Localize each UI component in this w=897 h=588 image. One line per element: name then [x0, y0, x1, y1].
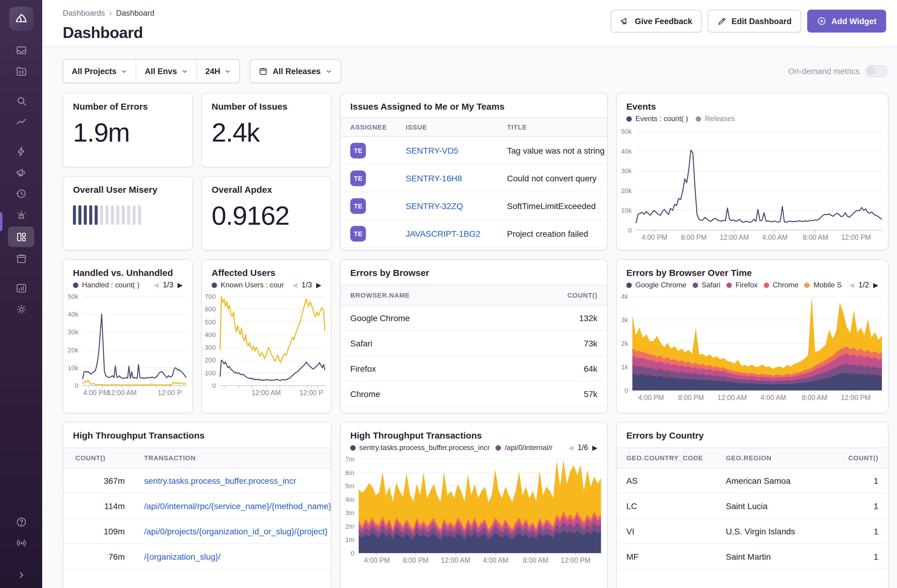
table-row[interactable]: VI U.S. Virgin Islands 1 [617, 519, 888, 544]
sidebar-item-whats-new[interactable] [8, 534, 34, 553]
column-count[interactable]: COUNT() [63, 454, 135, 461]
legend-item[interactable]: Handled : count( ) [73, 281, 139, 289]
sidebar-collapse[interactable] [8, 566, 34, 584]
issue-link[interactable]: SENTRY-VD5 [396, 145, 497, 155]
widget-apdex[interactable]: Overall Apdex 0.9162 [201, 176, 332, 250]
column-count[interactable]: COUNT() [834, 454, 888, 461]
sidebar-item-help[interactable] [8, 513, 34, 531]
pager-prev-icon[interactable]: ◀ [568, 444, 573, 452]
widget-issues-assigned[interactable]: Issues Assigned to Me or My Teams ASSIGN… [340, 93, 608, 250]
sidebar-item-stats[interactable] [8, 279, 34, 298]
transaction-link[interactable]: /api/0/projects/{organization_id_or_slug… [135, 526, 331, 536]
sidebar-item-performance[interactable] [8, 113, 34, 131]
sidebar-item-settings[interactable] [8, 300, 34, 319]
ondemand-toggle[interactable] [866, 65, 887, 77]
errors-by-browser-chart[interactable]: 01k2k3k4k4:00 PM8:00 PM12:00 AM4:00 AM8:… [617, 293, 888, 404]
transaction-link[interactable]: /api/0/internal/rpc/{service_name}/{meth… [135, 501, 331, 510]
affected-users-chart[interactable]: 010020030040050060070012:00 AM12:00 P [202, 293, 331, 399]
environment-filter[interactable]: All Envs [136, 60, 197, 82]
sidebar-item-issues[interactable] [8, 41, 34, 60]
transaction-link[interactable]: sentry.tasks.process_buffer.process_incr [135, 476, 331, 485]
sidebar-item-feedback[interactable] [8, 163, 34, 182]
handled-chart[interactable]: 010k20k30k40k50k4:00 PM12:00 AM12:00 P [63, 293, 192, 399]
legend-item[interactable]: Chrome [764, 281, 798, 289]
legend-item[interactable]: Firefox [726, 281, 758, 289]
table-row[interactable]: Safari 73k [341, 331, 607, 356]
legend-item[interactable]: Safari [692, 281, 720, 289]
events-chart[interactable]: 010k20k30k40k50k4:00 PM8:00 PM12:00 AM4:… [617, 128, 888, 243]
column-transaction[interactable]: TRANSACTION [135, 454, 331, 461]
table-row[interactable]: AS American Samoa 1 [617, 468, 888, 493]
widget-errors-by-browser-over-time[interactable]: Errors by Browser Over Time Google Chrom… [616, 259, 889, 413]
sidebar-item-alerts[interactable] [8, 205, 34, 224]
column-browser-name[interactable]: BROWSER.NAME [341, 292, 535, 299]
column-title[interactable]: TITLE [497, 124, 607, 131]
project-filter[interactable]: All Projects [63, 60, 136, 82]
table-row[interactable]: Google Chrome 132k [341, 305, 607, 331]
breadcrumb-parent[interactable]: Dashboards [63, 8, 105, 17]
pager-prev-icon[interactable]: ◀ [153, 281, 159, 289]
table-row[interactable]: 114m /api/0/internal/rpc/{service_name}/… [63, 493, 331, 519]
table-row[interactable]: MF Saint Martin 1 [617, 544, 888, 569]
legend-item[interactable]: Events : count( ) [626, 115, 688, 123]
table-row[interactable]: 76m /{organization_slug}/ [63, 544, 331, 569]
table-row[interactable]: TE JAVASCRIPT-1BG2 Project creation fail… [341, 220, 607, 247]
table-row[interactable]: Mobile Safari 33k [341, 407, 607, 413]
widget-errors-by-country[interactable]: Errors by Country GEO.COUNTRY_CODE GEO.R… [616, 422, 889, 588]
table-row[interactable]: 109m /api/0/projects/{organization_id_or… [63, 519, 331, 544]
widget-high-throughput-chart[interactable]: High Throughput Transactions sentry.task… [340, 422, 608, 588]
sidebar-item-projects[interactable] [8, 62, 34, 81]
column-region[interactable]: GEO.REGION [716, 454, 834, 461]
give-feedback-button[interactable]: Give Feedback [611, 10, 702, 32]
table-row[interactable]: LC Saint Lucia 1 [617, 493, 888, 519]
legend-item[interactable]: Known Users : cour [211, 281, 284, 289]
pager-next-icon[interactable]: ▶ [592, 444, 597, 452]
app-window: Dashboards › Dashboard Dashboard Give Fe… [0, 0, 897, 588]
transaction-link[interactable]: /{organization_slug}/ [135, 551, 331, 561]
issue-link[interactable]: SENTRY-16H8 [396, 173, 497, 183]
pager-next-icon[interactable]: ▶ [873, 281, 878, 289]
legend-item[interactable]: Mobile S [804, 281, 842, 289]
sidebar-item-dashboards[interactable] [8, 226, 34, 247]
pager-prev-icon[interactable]: ◀ [849, 281, 854, 289]
issue-link[interactable]: JAVASCRIPT-1BG2 [396, 229, 497, 238]
table-row[interactable]: TE SENTRY-VD5 Tag value was not a string [341, 137, 607, 165]
widget-affected-users[interactable]: Affected Users Known Users : cour ◀ 1/3 … [201, 259, 332, 413]
sidebar-item-search[interactable] [8, 92, 34, 110]
column-country-code[interactable]: GEO.COUNTRY_CODE [617, 454, 716, 461]
widget-high-throughput-table[interactable]: High Throughput Transactions COUNT() TRA… [63, 422, 332, 588]
table-row[interactable]: TE SENTRY-16H8 Could not convert query [341, 165, 607, 192]
sidebar-item-starfish[interactable] [8, 142, 34, 161]
widget-user-misery[interactable]: Overall User Misery [63, 176, 193, 250]
column-assignee[interactable]: ASSIGNEE [341, 124, 396, 131]
table-row[interactable]: 367m sentry.tasks.process_buffer.process… [63, 468, 331, 493]
edit-dashboard-button[interactable]: Edit Dashboard [708, 10, 801, 32]
table-row[interactable]: Chrome 57k [341, 381, 607, 407]
pager-next-icon[interactable]: ▶ [178, 281, 183, 289]
legend-item[interactable]: sentry.tasks.process_buffer.process_incr [350, 443, 490, 452]
legend-item[interactable]: /api/0/internal/r [496, 443, 553, 452]
widget-events[interactable]: Events Events : count( ) Releases 010k20… [616, 93, 889, 250]
releases-filter[interactable]: All Releases [250, 59, 341, 83]
table-row[interactable]: TE SENTRY-32ZQ SoftTimeLimitExceeded [341, 192, 607, 220]
widget-number-of-errors[interactable]: Number of Errors 1.9m [63, 93, 193, 168]
sidebar-item-releases[interactable] [8, 249, 34, 268]
column-issue[interactable]: ISSUE [396, 124, 497, 131]
widget-number-of-issues[interactable]: Number of Issues 2.4k [201, 93, 332, 168]
throughput-chart[interactable]: 01m2m3m4m5m6m7m4:00 PM8:00 PM12:00 AM4:0… [341, 455, 607, 566]
column-count[interactable]: COUNT() [535, 292, 607, 299]
legend-dot [692, 282, 698, 288]
legend-item[interactable]: Releases [696, 115, 735, 123]
pager-prev-icon[interactable]: ◀ [292, 281, 297, 289]
sidebar-item-replays[interactable] [8, 184, 34, 203]
svg-text:12:00 PM: 12:00 PM [841, 234, 871, 241]
sentry-logo[interactable] [10, 7, 32, 30]
issue-link[interactable]: SENTRY-32ZQ [396, 201, 497, 211]
date-range-filter[interactable]: 24H [197, 60, 240, 82]
widget-handled-vs-unhandled[interactable]: Handled vs. Unhandled Handled : count( )… [63, 259, 193, 413]
legend-item[interactable]: Google Chrome [626, 281, 686, 289]
table-row[interactable]: Firefox 64k [341, 356, 607, 381]
add-widget-button[interactable]: Add Widget [807, 10, 886, 32]
pager-next-icon[interactable]: ▶ [316, 281, 321, 289]
widget-errors-by-browser[interactable]: Errors by Browser BROWSER.NAME COUNT() G… [340, 259, 608, 413]
